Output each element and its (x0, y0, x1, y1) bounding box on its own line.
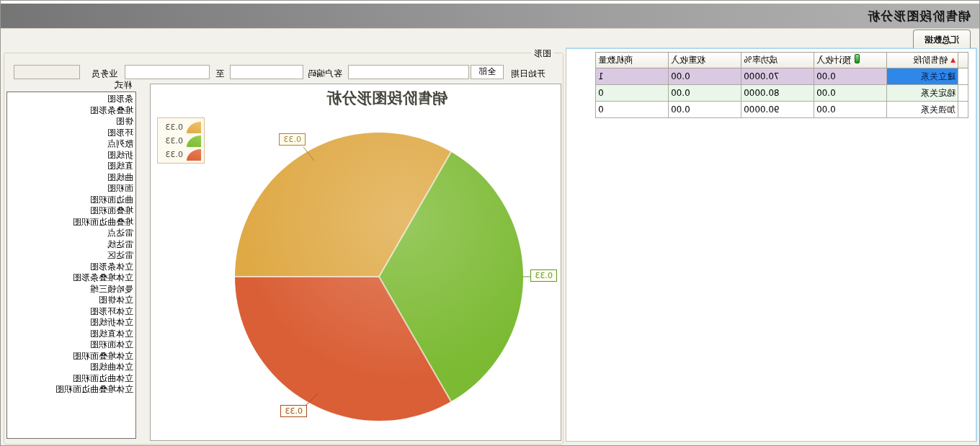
table-header-row: ▲销售阶段 预计收入 成功率% 权重收入 商机数量 (596, 53, 968, 68)
col-header-expected[interactable]: 预计收入 (814, 53, 887, 68)
legend-item: 0.33 (158, 120, 201, 134)
to-label: 至 (215, 68, 224, 80)
col-header-weighted[interactable]: 权重收入 (669, 53, 741, 68)
col-header-success-rate[interactable]: 成功率% (741, 53, 814, 68)
style-list-item[interactable]: 立体折线图 (7, 317, 135, 329)
pie-separator (235, 276, 379, 277)
titlebar: 销售阶段图形分析 (0, 4, 979, 29)
style-list-item[interactable]: 曲线图 (7, 172, 135, 184)
style-list-item[interactable]: 立体曲边面积图 (7, 373, 135, 385)
cell-count[interactable]: 0 (596, 102, 669, 118)
legend-swatch-gold (187, 122, 201, 133)
style-label: 样式 (115, 79, 132, 92)
chart-title: 销售阶段图形分析 (207, 88, 567, 108)
legend-item: 0.33 (158, 148, 201, 161)
row-indicator (958, 102, 968, 118)
cell-weighted[interactable]: 0.00 (669, 68, 741, 85)
style-list-item[interactable]: 立体堆叠曲边面积图 (7, 384, 135, 396)
pie-label-green: 0.33 (531, 269, 558, 282)
style-list-item[interactable]: 堆叠曲边面积图 (7, 217, 135, 228)
salesperson-label: 业务员 (92, 68, 117, 80)
cell-expected[interactable]: 0.00 (814, 102, 887, 118)
row-indicator (958, 85, 968, 102)
cell-weighted[interactable]: 0.00 (669, 85, 741, 102)
cell-stage[interactable]: 加强关系 (887, 102, 958, 118)
pie-label-gold: 0.33 (280, 133, 306, 146)
col-header-stage[interactable]: ▲销售阶段 (887, 53, 958, 68)
cell-weighted[interactable]: 0.00 (669, 102, 741, 118)
customer-code-label: 客户编码 (308, 68, 342, 80)
chart-groupbox-label: 图形 (531, 48, 554, 60)
style-list-item[interactable]: 曲边面积图 (7, 195, 135, 206)
cell-success-rate[interactable]: 70.0000 (741, 68, 814, 85)
cell-stage-selected[interactable]: 建立关系 (887, 68, 958, 85)
style-list-item[interactable]: 堆叠面积图 (7, 205, 135, 217)
style-list-item[interactable]: 雷达线 (7, 239, 135, 251)
style-list-item[interactable]: 环形图 (7, 128, 135, 139)
style-list-item[interactable]: 立体曲线图 (7, 362, 135, 373)
style-list-item[interactable]: 立体饼图 (7, 295, 135, 306)
pie-label-red: 0.33 (281, 405, 308, 417)
style-list-item[interactable]: 立体堆叠面积图 (7, 351, 135, 362)
style-list-item[interactable]: 立体堆叠条形图 (7, 272, 135, 284)
table-row[interactable]: 加强关系 0.00 90.0000 0.00 0 (596, 102, 968, 118)
cell-expected[interactable]: 0.00 (814, 68, 887, 85)
cell-success-rate[interactable]: 80.0000 (741, 85, 814, 102)
style-list-item[interactable]: 雷达点 (7, 228, 135, 239)
cell-success-rate[interactable]: 90.0000 (741, 102, 814, 118)
cell-count[interactable]: 1 (596, 68, 669, 85)
cell-stage[interactable]: 稳定关系 (887, 85, 958, 102)
style-list-item[interactable]: 条形图 (7, 94, 135, 105)
style-list-item[interactable]: 饼图 (7, 116, 135, 128)
style-list-item[interactable]: 立体直线图 (7, 329, 135, 340)
col-header-count[interactable]: 商机数量 (596, 53, 669, 68)
row-indicator (958, 68, 968, 85)
customer-code-input[interactable] (230, 65, 303, 79)
style-list-item[interactable]: 曼哈顿三维 (7, 284, 135, 295)
style-list-item[interactable]: 折线图 (7, 150, 135, 161)
date-input[interactable] (348, 65, 469, 79)
legend-swatch-red (187, 149, 201, 161)
tab-summary-data[interactable]: 汇总数据 (913, 30, 971, 48)
table-row[interactable]: 稳定关系 0.00 80.0000 0.00 0 (596, 85, 968, 102)
style-list-item[interactable]: 立体条形图 (7, 262, 135, 273)
date-mode-select[interactable]: 全部 (471, 65, 504, 79)
style-list[interactable]: 条形图堆叠条形图饼图环形图散列点折线图直线图曲线图面积图曲边面积图堆叠面积图堆叠… (6, 92, 136, 439)
legend-item: 0.33 (158, 134, 201, 148)
cell-count[interactable]: 0 (596, 85, 669, 102)
start-date-label: 开始日期 (511, 68, 545, 80)
style-list-item[interactable]: 直线图 (7, 161, 135, 172)
currency-icon (855, 54, 860, 63)
table-row[interactable]: 建立关系 0.00 70.0000 0.00 1 (596, 68, 968, 85)
chart-legend: 0.33 0.33 0.33 (157, 117, 205, 164)
salesperson-input[interactable] (14, 65, 80, 79)
legend-swatch-green (187, 135, 201, 147)
style-list-item[interactable]: 立体环形图 (7, 306, 135, 318)
row-indicator-header (958, 53, 968, 68)
summary-panel: ▲销售阶段 预计收入 成功率% 权重收入 商机数量 建立关系 0.00 70.0… (566, 48, 977, 442)
sales-stage-table: ▲销售阶段 预计收入 成功率% 权重收入 商机数量 建立关系 0.00 70.0… (595, 52, 968, 118)
window-title: 销售阶段图形分析 (867, 8, 971, 24)
style-list-item[interactable]: 雷达区 (7, 250, 135, 262)
app-window: 销售阶段图形分析 汇总数据 ▲销售阶段 预计收入 成功率% 权重收入 商机数量 … (0, 0, 980, 446)
style-list-item[interactable]: 散列点 (7, 138, 135, 150)
sort-asc-icon: ▲ (950, 56, 956, 63)
style-list-item[interactable]: 立体面积图 (7, 339, 135, 351)
style-list-item[interactable]: 堆叠条形图 (7, 105, 135, 117)
style-list-item[interactable]: 面积图 (7, 183, 135, 195)
cell-expected[interactable]: 0.00 (814, 85, 887, 102)
customer-code-to-input[interactable] (125, 65, 210, 79)
